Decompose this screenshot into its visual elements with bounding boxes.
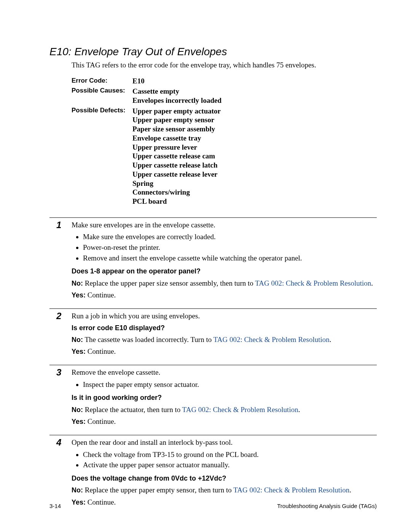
error-code-label: Error Code: [72, 77, 132, 85]
step: 1Make sure envelopes are in the envelope… [49, 217, 377, 302]
step-body: Remove the envelope cassette.Inspect the… [72, 367, 377, 429]
possible-defect-line: Connectors/wiring [132, 188, 221, 197]
step-body: Make sure envelopes are in the envelope … [72, 220, 377, 302]
possible-defect-line: Upper cassette release cam [132, 152, 221, 161]
step-lead: Run a job in which you are using envelop… [72, 311, 377, 321]
page-footer: 3-14 Troubleshooting Analysis Guide (TAG… [49, 503, 377, 509]
step-answer-yes: Yes: Continue. [72, 417, 377, 427]
step-bullet: Inspect the paper empty sensor actuator. [83, 380, 377, 390]
possible-defects-value: Upper paper empty actuatorUpper paper em… [132, 107, 221, 206]
possible-defect-line: PCL board [132, 197, 221, 206]
yes-label: Yes: [72, 348, 86, 355]
tag-link[interactable]: TAG 002: Check & Problem Resolution [233, 486, 349, 494]
step: 3Remove the envelope cassette.Inspect th… [49, 365, 377, 429]
step-number: 4 [49, 438, 72, 510]
step-bullet: Remove and insert the envelope cassette … [83, 253, 377, 263]
step-answer-no: No: Replace the actuator, then turn to T… [72, 405, 377, 415]
no-label: No: [72, 406, 83, 414]
no-label: No: [72, 486, 83, 494]
possible-defect-line: Upper cassette release lever [132, 170, 221, 179]
step: 2Run a job in which you are using envelo… [49, 308, 377, 359]
step-lead: Open the rear door and install an interl… [72, 438, 377, 447]
yes-label: Yes: [72, 291, 86, 299]
tag-link[interactable]: TAG 002: Check & Problem Resolution [182, 406, 298, 414]
tag-link[interactable]: TAG 002: Check & Problem Resolution [213, 335, 330, 343]
error-code-value: E10 [132, 77, 145, 85]
possible-causes-value: Cassette emptyEnvelopes incorrectly load… [132, 87, 221, 105]
possible-cause-line: Cassette empty [132, 87, 221, 96]
step-lead: Make sure envelopes are in the envelope … [72, 220, 377, 230]
step-answer-no: No: Replace the upper paper empty sensor… [72, 485, 377, 495]
intro-text: This TAG refers to the error code for th… [72, 61, 377, 69]
page-title: E10: Envelope Tray Out of Envelopes [49, 46, 377, 58]
step-bullet: Make sure the envelopes are correctly lo… [83, 232, 377, 242]
steps-container: 1Make sure envelopes are in the envelope… [49, 217, 377, 510]
step-answer-yes: Yes: Continue. [72, 347, 377, 356]
step-bullets: Check the voltage from TP3-15 to ground … [72, 450, 377, 470]
step-answer-no: No: Replace the upper paper size sensor … [72, 278, 377, 288]
no-label: No: [72, 336, 83, 343]
possible-defect-line: Paper size sensor assembly [132, 125, 221, 134]
step-bullets: Inspect the paper empty sensor actuator. [72, 380, 377, 390]
step-number: 2 [49, 311, 72, 359]
step-bullet: Activate the upper paper sensor actuator… [83, 460, 377, 470]
info-table: Error Code: E10 Possible Causes: Cassett… [72, 77, 377, 206]
step-number: 3 [49, 367, 72, 429]
step-question: Does 1-8 appear on the operator panel? [72, 267, 377, 276]
step-question: Is it in good working order? [72, 393, 377, 402]
step-bullet: Power-on-reset the printer. [83, 243, 377, 252]
possible-cause-line: Envelopes incorrectly loaded [132, 96, 221, 105]
possible-defects-label: Possible Defects: [72, 107, 132, 114]
possible-defect-line: Upper paper empty sensor [132, 115, 221, 125]
page: E10: Envelope Tray Out of Envelopes This… [0, 0, 411, 532]
possible-defect-line: Upper cassette release latch [132, 161, 221, 170]
tag-link[interactable]: TAG 002: Check & Problem Resolution [255, 279, 371, 287]
step-bullets: Make sure the envelopes are correctly lo… [72, 232, 377, 263]
no-label: No: [72, 280, 83, 287]
step-body: Open the rear door and install an interl… [72, 438, 377, 510]
footer-doc-title: Troubleshooting Analysis Guide (TAGs) [277, 503, 377, 509]
info-row-possible-causes: Possible Causes: Cassette emptyEnvelopes… [72, 87, 377, 105]
possible-defect-line: Spring [132, 179, 221, 188]
possible-causes-label: Possible Causes: [72, 87, 132, 94]
possible-defect-line: Upper paper empty actuator [132, 107, 221, 116]
step: 4Open the rear door and install an inter… [49, 435, 377, 510]
step-bullet: Check the voltage from TP3-15 to ground … [83, 450, 377, 460]
step-answer-no: No: The cassette was loaded incorrectly.… [72, 335, 377, 345]
possible-defect-line: Upper pressure lever [132, 143, 221, 152]
step-question: Is error code E10 displayed? [72, 323, 377, 332]
possible-defect-line: Envelope cassette tray [132, 134, 221, 143]
info-row-error-code: Error Code: E10 [72, 77, 377, 85]
step-number: 1 [49, 220, 72, 302]
step-body: Run a job in which you are using envelop… [72, 311, 377, 359]
step-question: Does the voltage change from 0Vdc to +12… [72, 474, 377, 483]
step-answer-yes: Yes: Continue. [72, 290, 377, 300]
footer-page-number: 3-14 [49, 503, 61, 509]
yes-label: Yes: [72, 418, 86, 425]
info-row-possible-defects: Possible Defects: Upper paper empty actu… [72, 107, 377, 206]
step-lead: Remove the envelope cassette. [72, 367, 377, 377]
